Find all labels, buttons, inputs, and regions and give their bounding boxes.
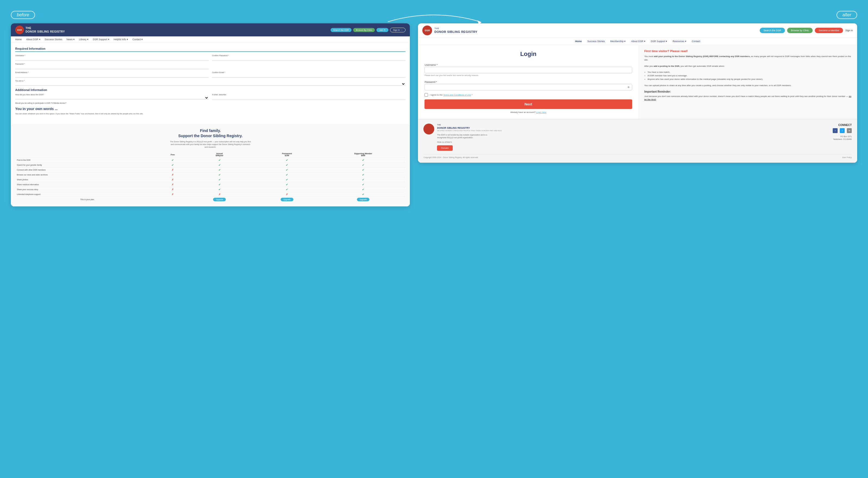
email-group: Email Address * xyxy=(15,71,209,78)
footer-inner: The Donor Sibling Registry HELPING DONOR… xyxy=(424,124,852,151)
check-icon: ✔ xyxy=(362,188,364,191)
how-hear-select[interactable] xyxy=(15,96,209,99)
before-after-arrow xyxy=(380,11,488,25)
before-nav-helpful[interactable]: Helpful Info ▾ xyxy=(114,38,128,41)
after-nav-success[interactable]: Success Stories xyxy=(587,40,605,42)
facebook-icon[interactable]: f xyxy=(833,128,838,133)
if-other-input[interactable] xyxy=(212,96,405,100)
check-icon: ✔ xyxy=(218,173,221,176)
email-icon[interactable]: ✉ xyxy=(847,128,852,133)
social-icons: f t ✉ xyxy=(833,128,852,133)
check-icon: ✔ xyxy=(218,183,221,186)
table-row: Browse our news and video archives ✗ ✔ ✔… xyxy=(15,173,405,177)
confirm-password-input[interactable] xyxy=(212,57,405,61)
before-nav-contact[interactable]: Contact ▾ xyxy=(132,38,143,41)
username-password-row: Username * Confirm Password * xyxy=(15,55,405,61)
upgrade-annual-button[interactable]: Upgrade xyxy=(213,198,226,201)
membership-section: Find family. Support the Donor Sibling R… xyxy=(11,124,410,207)
login-password-label: Password * xyxy=(425,81,437,83)
before-browse-button[interactable]: Browse By Clinic xyxy=(353,28,375,32)
after-panel: DSR The Donor Sibling Registry Search th… xyxy=(418,23,857,163)
twitter-icon[interactable]: t xyxy=(840,128,845,133)
login-here-link[interactable]: Login here xyxy=(536,111,546,114)
before-label: before xyxy=(11,11,35,19)
after-signin-button[interactable]: Sign in xyxy=(845,29,853,32)
login-title: Login xyxy=(425,51,632,58)
username-field-group: Username * Please don't use your first a… xyxy=(425,62,632,76)
if-other-label: If other, describe: xyxy=(212,94,405,96)
login-password-input[interactable] xyxy=(425,84,632,90)
before-join-button[interactable]: Join ✦ xyxy=(376,28,389,32)
svg-marker-0 xyxy=(477,20,482,25)
footer-fein: FEIN 11-3703271 xyxy=(437,141,497,144)
before-logo-text: The Donor Sibling Registry xyxy=(26,26,65,33)
x-icon: ✗ xyxy=(172,169,174,171)
email-input[interactable] xyxy=(15,74,209,78)
password-input[interactable] xyxy=(15,65,209,69)
eye-icon[interactable]: 👁 xyxy=(627,86,630,89)
you-are-select[interactable] xyxy=(15,82,405,86)
after-become-member-button[interactable]: Become a Member xyxy=(815,28,843,33)
password-field-group: Password * 👁 xyxy=(425,79,632,90)
col-supporting: Supporting Member$500 xyxy=(320,152,405,158)
after-nav-resources[interactable]: Resources ▾ xyxy=(673,40,686,42)
after-nav-support[interactable]: DSR Support ▾ xyxy=(651,40,668,42)
table-row: Connect with other DSR members ✗ ✔ ✔ ✔ xyxy=(15,168,405,173)
footer-copyright: Copyright 2000-2024 - Donor Sibling Regi… xyxy=(424,154,852,158)
upgrade-supporting-button[interactable]: Upgrade xyxy=(357,198,370,201)
check-icon: ✔ xyxy=(362,178,364,181)
sidebar-list: You have a new match. A DSR member has s… xyxy=(648,70,852,81)
check-icon: ✔ xyxy=(286,183,288,186)
before-nav-home[interactable]: Home xyxy=(15,38,22,41)
email-label: Email Address * xyxy=(15,71,209,73)
required-info-title: Required Information xyxy=(15,47,405,52)
sidebar-para2: After you add a posting to the DSR, you … xyxy=(644,65,852,68)
sidebar-para3: You can upload photos to share at any ti… xyxy=(644,84,852,87)
before-nav-news[interactable]: News ▾ xyxy=(66,38,75,41)
before-nav: Home About DSR ▾ Success Stories News ▾ … xyxy=(11,36,410,42)
email-row: Email Address * Confirm Email * xyxy=(15,71,405,78)
terms-checkbox[interactable] xyxy=(425,93,428,97)
password-row: Password * xyxy=(15,63,405,69)
after-nav-contact[interactable]: Contact xyxy=(692,40,700,42)
check-icon: ✔ xyxy=(286,173,288,176)
before-nav-success[interactable]: Success Stories xyxy=(45,38,62,41)
before-search-button[interactable]: Search the DSR xyxy=(331,28,352,32)
before-panel: DSR The Donor Sibling Registry Search th… xyxy=(11,23,410,206)
footer-desc: The DSR is not funded by any outside org… xyxy=(437,133,497,139)
after-browse-button[interactable]: Browse by Clinic xyxy=(787,28,813,33)
login-username-input[interactable] xyxy=(425,67,632,73)
before-nav-about[interactable]: About DSR ▾ xyxy=(26,38,40,41)
before-nav-support[interactable]: DSR Support ▾ xyxy=(93,38,110,41)
check-icon: ✔ xyxy=(286,163,288,167)
after-logo-text: The Donor Sibling Registry xyxy=(434,27,477,34)
col-annual: Annual$99/year xyxy=(186,152,253,158)
username-input[interactable] xyxy=(15,57,209,61)
before-nav-library[interactable]: Library ▾ xyxy=(79,38,89,41)
if-other-group: If other, describe: xyxy=(212,94,405,100)
confirm-email-input[interactable] xyxy=(212,74,405,78)
logo-icon: DSR xyxy=(15,26,24,34)
check-icon: ✔ xyxy=(286,169,288,171)
terms-link[interactable]: Terms and Conditions of Use xyxy=(443,94,471,96)
confirm-password-group: Confirm Password * xyxy=(212,55,405,61)
footer-org-name: The Donor Sibling Registry HELPING DONOR… xyxy=(437,124,502,132)
after-nav-about[interactable]: About DSR ▾ xyxy=(631,40,645,42)
how-hear-row: How did you hear about the DSR? If other… xyxy=(15,94,405,100)
user-policy-link[interactable]: User Policy xyxy=(842,156,852,158)
after-label: after xyxy=(837,11,857,19)
footer-org-info: The Donor Sibling Registry HELPING DONOR… xyxy=(437,124,502,151)
upgrade-permanent-button[interactable]: Upgrade xyxy=(281,198,293,201)
spacer-group xyxy=(212,63,405,69)
already-account-text: Already have an account? Login here xyxy=(425,111,632,114)
after-search-button[interactable]: Search the DSR xyxy=(760,28,785,33)
next-button[interactable]: Next xyxy=(425,99,632,109)
confirm-password-label: Confirm Password * xyxy=(212,55,405,57)
this-plan-text: This is your plan. xyxy=(15,197,160,202)
after-nav-membership[interactable]: Membership ▾ xyxy=(610,40,626,42)
login-username-label: Username * xyxy=(425,64,437,66)
donate-button[interactable]: Donate xyxy=(437,145,453,151)
before-signin-button[interactable]: Sign In → xyxy=(390,28,405,32)
after-nav-home[interactable]: Home xyxy=(575,40,582,42)
check-icon: ✔ xyxy=(286,159,288,161)
